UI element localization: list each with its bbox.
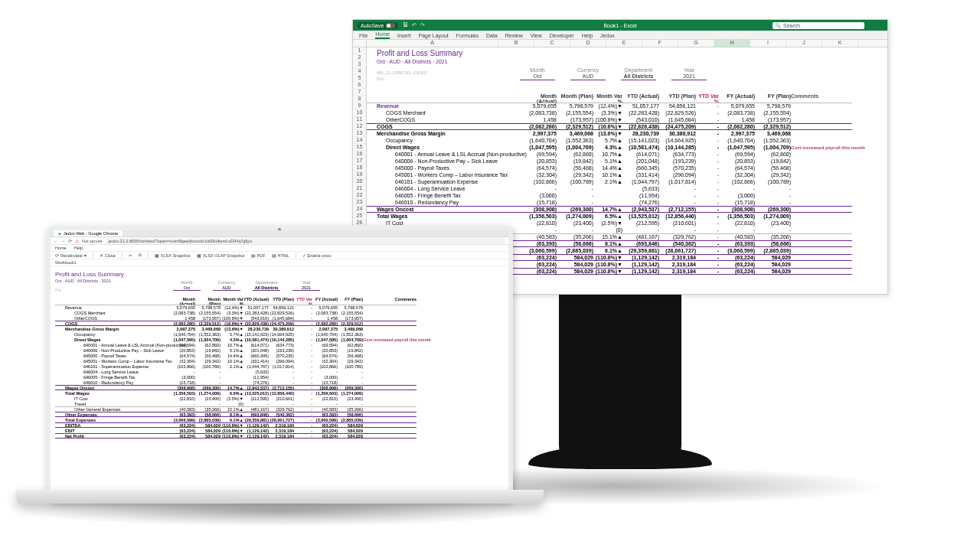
ribbon-tab-file[interactable]: File [359, 32, 368, 39]
row-header-20[interactable]: 20 [353, 178, 366, 185]
report-row: 646101 - Superannuation Expense(102,866)… [367, 178, 852, 185]
html-button[interactable]: ▤ HTML [272, 253, 289, 258]
row-header-12[interactable]: 12 [353, 123, 366, 130]
undo-icon[interactable]: ↶ [412, 22, 416, 28]
row-header-21[interactable]: 21 [353, 185, 366, 192]
cell: 1,458 [520, 117, 557, 122]
ribbon-search[interactable]: Search [773, 22, 864, 29]
cell: 54,856,121 [269, 305, 294, 310]
col-header-G[interactable]: G [678, 40, 714, 47]
laptop-screen: Jedox Web - Google Chrome ← → ⟳ ⚠ Not se… [46, 226, 513, 501]
ribbon-tab-view[interactable]: View [531, 32, 542, 39]
col-header-A[interactable]: A [367, 40, 498, 47]
jedox-report[interactable]: Profit and Loss Summary Oct · AUD · All … [51, 266, 508, 292]
ribbon-tab-jedox[interactable]: Jedox [600, 32, 615, 39]
row-header-7[interactable]: 7 [353, 89, 366, 96]
row-header-10[interactable]: 10 [353, 109, 366, 116]
quick-access-toolbar[interactable]: 🖫 ↶ ↷ [403, 22, 425, 28]
row-header-8[interactable]: 8 [353, 96, 366, 103]
url-field[interactable]: jedox-21-2:8000/ss/west/?open=xuanBgeedb… [106, 238, 505, 244]
row-header-6[interactable]: 6 [353, 82, 366, 89]
nav-fwd-icon[interactable]: → [61, 239, 66, 243]
window-title: Book1 - Excel [603, 23, 636, 28]
workbook-tab[interactable]: Workbook1 [51, 259, 508, 266]
col-header-B[interactable]: B [498, 40, 534, 47]
nav-back-icon[interactable]: ← [54, 239, 58, 243]
col-header-H[interactable]: H [714, 40, 750, 47]
filter-month[interactable]: MonthOct [520, 67, 555, 80]
copy-icon[interactable]: ⧉ [139, 253, 142, 258]
xlsx-olap-snapshot-button[interactable]: ▦ XLSX OLAP Snapshot [197, 253, 245, 258]
row-label: 640006 - Non-Productive Pay – Sick Leave [367, 158, 520, 164]
col-header-I[interactable]: I [750, 40, 786, 47]
select-all-triangle[interactable] [353, 40, 367, 47]
row-header-13[interactable]: 13 [353, 130, 366, 137]
cell: 2.1%▲ [593, 179, 622, 184]
ribbon-tab-home[interactable]: Home [375, 31, 390, 39]
filter-year[interactable]: Year2021 [292, 280, 320, 291]
col-header-D[interactable]: D [570, 40, 606, 47]
pdf-button[interactable]: ▤ PDF [251, 253, 266, 258]
row-header-14[interactable]: 14 [353, 137, 366, 144]
row-header-25[interactable]: 25 [353, 213, 366, 220]
col-header-C[interactable]: C [534, 40, 570, 47]
row-header-15[interactable]: 15 [353, 144, 366, 151]
cell: (1,129,142) [243, 434, 269, 439]
filter-year[interactable]: Year2021 [671, 67, 707, 80]
cell: - [696, 200, 719, 205]
cell: 10.1%▲ [220, 359, 243, 364]
redo-icon[interactable]: ↷ [420, 22, 425, 28]
row-header-1[interactable]: 1 [353, 47, 366, 54]
row-header-24[interactable]: 24 [353, 206, 366, 213]
row-header-11[interactable]: 11 [353, 116, 366, 123]
cell: - [696, 227, 719, 233]
row-header-18[interactable]: 18 [353, 165, 366, 171]
row-header-23[interactable]: 23 [353, 199, 366, 206]
report-title: Profit and Loss Summary [55, 271, 504, 278]
row-header-2[interactable]: 2 [353, 54, 366, 61]
col-header-E[interactable]: E [606, 40, 642, 47]
cell: (56,468) [557, 165, 593, 171]
row-header-9[interactable]: 9 [353, 103, 366, 109]
ribbon-tab-insert[interactable]: Insert [397, 32, 411, 39]
filter-currency[interactable]: CurrencyAUD [213, 280, 240, 291]
col-header-K[interactable]: K [822, 40, 858, 47]
cell: (58,666) [195, 412, 220, 417]
row-header-4[interactable]: 4 [353, 68, 366, 75]
browser-tab[interactable]: Jedox Web - Google Chrome [54, 230, 122, 236]
xlsx-snapshot-button[interactable]: ▦ XLSX Snapshot [155, 253, 191, 258]
filter-department[interactable]: DepartmentAll Districts [253, 280, 280, 291]
row-header-19[interactable]: 19 [353, 171, 366, 178]
autosave-toggle[interactable]: AutoSave [358, 22, 398, 29]
ribbon-tab-data[interactable]: Data [486, 32, 498, 39]
toggle-switch[interactable] [386, 23, 395, 28]
ribbon-tab-page-layout[interactable]: Page Layout [418, 32, 448, 39]
close-button[interactable]: ✕ Close [100, 253, 116, 258]
save-icon[interactable]: 🖫 [403, 22, 408, 28]
filter-department[interactable]: DepartmentAll Districts [621, 67, 656, 80]
ribbon-tab-help[interactable]: Help [582, 32, 593, 39]
row-header-22[interactable]: 22 [353, 192, 366, 199]
row-header-3[interactable]: 3 [353, 61, 366, 68]
ribbon-tab-developer[interactable]: Developer [550, 32, 574, 39]
ribbon-tab-formulas[interactable]: Formulas [456, 32, 479, 39]
cell: - [696, 269, 719, 274]
filter-month[interactable]: MonthOct [173, 280, 201, 291]
cell: (1,640,704) [312, 332, 338, 337]
cell: (1,047,595) [312, 337, 338, 342]
menu-home[interactable]: Home [55, 246, 67, 250]
recalculate-button[interactable]: ⟳ Recalculate ▾ [55, 253, 87, 258]
reload-icon[interactable]: ⟳ [68, 239, 72, 243]
col-header-F[interactable]: F [642, 40, 678, 47]
enable-undo-button[interactable]: ✓ Enable undo [302, 253, 332, 258]
filter-currency[interactable]: CurrencyAUD [570, 67, 606, 80]
ribbon-tab-review[interactable]: Review [505, 32, 523, 39]
col-header-J[interactable]: J [786, 40, 822, 47]
row-header-5[interactable]: 5 [353, 75, 366, 82]
cell: (13,525,012) [622, 214, 659, 219]
row-header-17[interactable]: 17 [353, 158, 366, 165]
cut-icon[interactable]: ✂ [129, 253, 132, 258]
cell: 10.7%▲ [220, 343, 243, 347]
menu-help[interactable]: Help [74, 246, 83, 250]
row-header-16[interactable]: 16 [353, 151, 366, 158]
